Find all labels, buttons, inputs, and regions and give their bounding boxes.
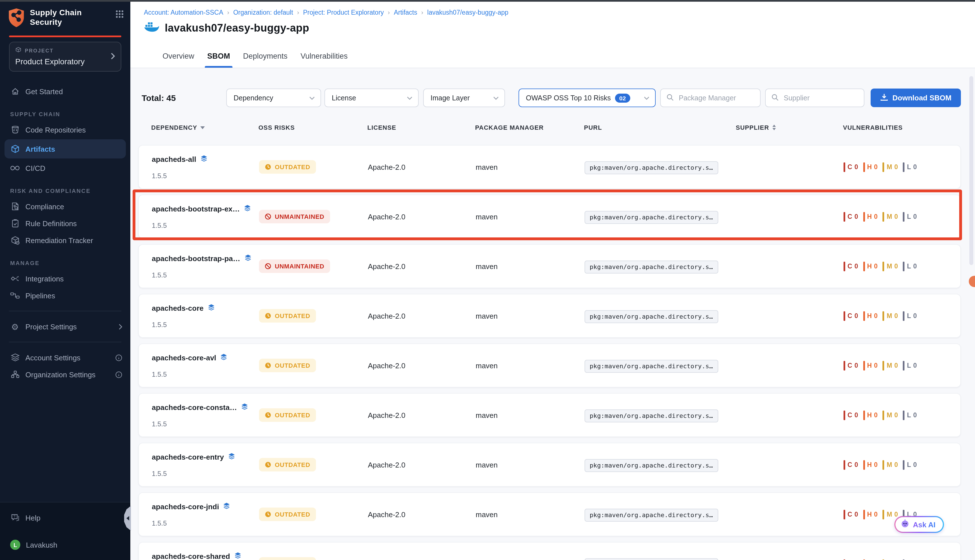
sidebar-item-integrations[interactable]: Integrations: [0, 270, 130, 287]
dependency-name[interactable]: apacheds-core-entry: [152, 453, 224, 461]
sidebar-item-code-repositories[interactable]: Code Repositories: [0, 121, 130, 138]
table-row[interactable]: apacheds-core-jndi 1.5.5 OUTDATED Apache…: [138, 492, 961, 536]
module-grid-icon[interactable]: [116, 10, 124, 20]
column-header-purl[interactable]: PURL: [584, 124, 736, 131]
sidebar-item-project-settings[interactable]: ⚙ Project Settings: [0, 318, 130, 335]
filter-dependency[interactable]: Dependency: [226, 88, 321, 107]
dependency-name[interactable]: apacheds-core-jndi: [152, 502, 219, 511]
table-row[interactable]: apacheds-all 1.5.5 OUTDATED Apache-2.0 m…: [138, 145, 961, 189]
table-row[interactable]: apacheds-core-shared 1.5.5 OUTDATED Apac…: [138, 542, 961, 560]
table-row[interactable]: apacheds-core-consta… 1.5.5 OUTDATED Apa…: [138, 393, 961, 437]
ask-ai-button[interactable]: Ask AI: [894, 516, 944, 533]
purl-value[interactable]: pkg:maven/org.apache.directory.s…: [584, 410, 718, 422]
pipeline-icon: [10, 291, 20, 300]
search-package-manager: [660, 88, 761, 107]
search-supplier-input[interactable]: [783, 93, 858, 102]
sidebar-item-get-started[interactable]: Get Started: [0, 83, 130, 100]
license-cell: Apache-2.0: [368, 212, 476, 221]
tab-vulnerabilities[interactable]: Vulnerabilities: [301, 52, 347, 68]
breadcrumb-separator: ›: [297, 9, 299, 16]
purl-value[interactable]: pkg:maven/org.apache.directory.s…: [584, 459, 718, 472]
purl-value[interactable]: pkg:maven/org.apache.directory.s…: [584, 509, 718, 522]
dependency-cell: apacheds-core-avl 1.5.5: [152, 353, 259, 378]
download-sbom-button[interactable]: Download SBOM: [871, 88, 961, 107]
sidebar-item-help[interactable]: ? Help: [0, 509, 130, 526]
sidebar-item-pipelines[interactable]: Pipelines: [0, 287, 130, 304]
vuln-count-medium: M0: [883, 311, 898, 321]
sidebar-item-remediation-tracker[interactable]: Remediation Tracker: [0, 232, 130, 249]
purl-value[interactable]: pkg:maven/org.apache.directory.s…: [584, 310, 718, 323]
purl-cell: pkg:maven/org.apache.directory.s…: [584, 410, 736, 420]
dependency-name[interactable]: apacheds-bootstrap-pa…: [152, 254, 240, 263]
breadcrumb-link[interactable]: lavakush07/easy-buggy-app: [427, 9, 508, 16]
breadcrumb: Account: Automation-SSCA›Organization: d…: [130, 0, 975, 16]
vertical-scrollbar[interactable]: [969, 76, 973, 265]
sort-icon: [773, 125, 776, 130]
search-icon: [666, 93, 674, 103]
purl-value[interactable]: pkg:maven/org.apache.directory.s…: [584, 558, 718, 560]
table-row[interactable]: apacheds-bootstrap-pa… 1.5.5 UNMAINTAINE…: [138, 244, 961, 288]
table-row[interactable]: apacheds-bootstrap-ex… 1.5.5 UNMAINTAINE…: [138, 195, 961, 238]
column-header-oss-risks[interactable]: OSS RISKS: [259, 124, 367, 131]
vuln-count-medium: M0: [883, 361, 898, 370]
sidebar-item-compliance[interactable]: Compliance: [0, 198, 130, 215]
column-header-package-manager[interactable]: PACKAGE MANAGER: [475, 124, 584, 131]
breadcrumb-link[interactable]: Artifacts: [394, 9, 417, 16]
oss-risk-badge: OUTDATED: [259, 160, 316, 174]
project-selector[interactable]: PROJECT Product Exploratory: [9, 42, 121, 72]
info-icon[interactable]: [115, 371, 122, 378]
sidebar-item-ci-cd[interactable]: CI/CD: [0, 160, 130, 177]
oss-risk-badge: UNMAINTAINED: [259, 259, 330, 273]
purl-value[interactable]: pkg:maven/org.apache.directory.s…: [584, 161, 718, 174]
user-menu[interactable]: L Lavakush: [0, 536, 130, 553]
breadcrumb-link[interactable]: Project: Product Exploratory: [303, 9, 384, 16]
oss-risk-cell: OUTDATED: [259, 408, 368, 422]
gear-icon: ⚙: [10, 322, 20, 331]
purl-cell: pkg:maven/org.apache.directory.s…: [584, 162, 736, 172]
dependency-name[interactable]: apacheds-core-shared: [152, 552, 230, 560]
dependency-cell: apacheds-core 1.5.5: [152, 303, 259, 328]
purl-value[interactable]: pkg:maven/org.apache.directory.s…: [584, 211, 718, 224]
vuln-count-high: H0: [863, 460, 877, 470]
vuln-count-critical: C0: [843, 510, 858, 519]
sidebar-item-account-settings[interactable]: Account Settings: [0, 349, 130, 366]
column-header-dependency[interactable]: DEPENDENCY: [151, 124, 259, 131]
sidebar-item-organization-settings[interactable]: Organization Settings: [0, 366, 130, 383]
table-row[interactable]: apacheds-core-entry 1.5.5 OUTDATED Apach…: [138, 443, 961, 487]
breadcrumb-link[interactable]: Account: Automation-SSCA: [144, 9, 223, 16]
column-header-vulnerabilities[interactable]: VULNERABILITIES: [843, 124, 961, 131]
column-header-license[interactable]: LICENSE: [367, 124, 475, 131]
owasp-oss-risks-filter[interactable]: OWASP OSS Top 10 Risks 02: [519, 88, 656, 107]
table-row[interactable]: apacheds-core 1.5.5 OUTDATED Apache-2.0 …: [138, 294, 961, 338]
vuln-count-low: L0: [903, 311, 917, 321]
dependency-name[interactable]: apacheds-core-consta…: [152, 403, 237, 412]
search-package-manager-input[interactable]: [678, 93, 755, 102]
chevron-down-icon: [639, 96, 649, 100]
vuln-count-low: L0: [903, 212, 917, 222]
sidebar-item-rule-definitions[interactable]: Rule Definitions: [0, 215, 130, 232]
dependency-name[interactable]: apacheds-all: [152, 155, 196, 163]
layers-gear-icon: [10, 353, 20, 362]
tab-overview[interactable]: Overview: [162, 52, 194, 68]
dependency-name[interactable]: apacheds-core: [152, 304, 204, 312]
tab-sbom[interactable]: SBOM: [207, 52, 230, 68]
filter-license[interactable]: License: [324, 88, 419, 107]
breadcrumb-link[interactable]: Organization: default: [233, 9, 293, 16]
purl-value[interactable]: pkg:maven/org.apache.directory.s…: [584, 260, 718, 273]
info-icon[interactable]: [115, 354, 122, 361]
dependency-name[interactable]: apacheds-core-avl: [152, 353, 216, 362]
sidebar-item-artifacts[interactable]: Artifacts: [5, 139, 126, 158]
vuln-count-critical: C0: [843, 460, 858, 470]
column-header-supplier[interactable]: SUPPLIER: [736, 124, 843, 131]
filter-image-layer[interactable]: Image Layer: [423, 88, 505, 107]
purl-value[interactable]: pkg:maven/org.apache.directory.s…: [584, 360, 718, 373]
layers-icon: [234, 551, 241, 560]
sidebar-item-label: Pipelines: [25, 291, 55, 300]
oss-risk-cell: OUTDATED: [259, 458, 368, 472]
vuln-count-medium: M0: [883, 410, 898, 420]
org-chart-gear-icon: [10, 370, 20, 379]
tab-deployments[interactable]: Deployments: [243, 52, 288, 68]
table-row[interactable]: apacheds-core-avl 1.5.5 OUTDATED Apache-…: [138, 343, 961, 387]
dependency-name[interactable]: apacheds-bootstrap-ex…: [152, 205, 240, 213]
dependency-version: 1.5.5: [152, 321, 259, 328]
